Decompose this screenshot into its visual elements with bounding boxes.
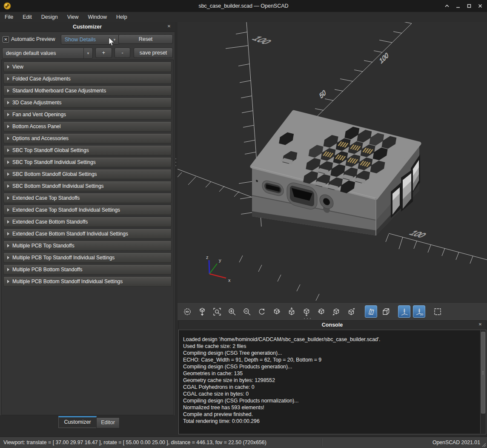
section-fan-and-vent-openings[interactable]: Fan and Vent Openings [3,109,172,120]
maximize-window-icon[interactable] [467,3,472,9]
expand-arrow-icon [7,232,9,235]
customizer-panel: Customizer ✕ ✕ Automatic Preview Show De… [0,22,175,415]
show-crosshairs-icon [400,307,409,316]
view-back-button[interactable] [345,305,357,318]
console-log[interactable]: Loaded design '/home/hominoid/CADCAM/sbc… [178,330,486,434]
mouse-cursor [107,37,116,47]
console-scrollbar[interactable] [480,330,485,434]
show-details-value: Show Details [65,37,96,43]
menu-design[interactable]: Design [37,12,63,22]
console-close-icon[interactable]: ✕ [477,322,483,327]
view-right-button[interactable] [270,305,283,318]
title-bar[interactable]: sbc_case_builder.scad — OpenSCAD [0,0,487,12]
save-preset-button[interactable]: save preset [134,48,173,58]
menu-view[interactable]: View [63,12,83,22]
zoom-in-button[interactable] [226,305,238,318]
menu-help[interactable]: Help [112,12,132,22]
viewport-status-text: Viewport: translate = [ 37.00 29.97 16.4… [3,437,266,448]
view-top-button[interactable] [285,305,298,318]
show-crosshairs-button[interactable] [398,305,410,318]
view-left-button[interactable] [315,305,327,318]
close-window-icon[interactable] [478,3,483,9]
expand-arrow-icon [7,125,9,128]
ruler-label-y-far: 100 [379,51,390,65]
section-standard-motherboard-case-adjustments[interactable]: Standard Motherboard Case Adjustments [3,86,172,96]
automatic-preview-checkbox[interactable]: ✕ [3,36,9,43]
reset-rotation-icon [257,307,266,316]
zoom-out-button[interactable] [241,305,253,318]
menu-bar: File Edit Design View Window Help [0,12,487,23]
menu-file[interactable]: File [0,12,18,22]
section-bottom-access-panel[interactable]: Bottom Access Panel [3,121,172,132]
view-all-button[interactable] [181,305,193,318]
show-scale-markers-button[interactable]: 10 [413,305,425,318]
remove-preset-button[interactable]: - [115,48,130,58]
reset-button[interactable]: Reset [118,34,173,44]
expand-arrow-icon [7,89,9,92]
minimize-window-icon[interactable] [455,3,461,9]
expand-arrow-icon [7,113,9,116]
section-extended-case-bottom-standoff-individual[interactable]: Extended Case Bottom Standoff Individual… [3,229,172,239]
reset-rotation-button[interactable] [255,305,268,318]
3d-scene: 100 100 50 100 [178,22,487,302]
view-front-button[interactable] [330,305,342,318]
tab-editor[interactable]: Editor [96,417,120,428]
expand-arrow-icon [7,149,9,152]
section-extended-case-bottom-standoffs[interactable]: Extended Case Bottom Standoffs [3,217,172,227]
reset-view-icon [198,307,207,316]
orthogonal-view-button[interactable] [380,305,392,318]
3d-viewport[interactable]: 100 100 50 100 [178,22,487,302]
section-multiple-pcb-bottom-standoffs[interactable]: Multiple PCB Bottom Standoffs [3,264,172,275]
preset-dropdown[interactable]: design default values ▼ [2,48,93,59]
console-line: CGAL Polyhedrons in cache: 0 [183,384,476,391]
svg-text:10: 10 [420,313,423,316]
console-line: Compiling design (CSG Tree generation)..… [183,350,476,356]
view-bottom-button[interactable] [300,305,312,318]
view-all-bounds-icon [433,307,442,316]
view-right-icon [272,307,281,316]
axis-indicator: z y x [206,255,231,283]
reset-view-button[interactable] [196,305,208,318]
perspective-view-button[interactable] [365,305,377,318]
expand-arrow-icon [7,101,9,104]
console-header[interactable]: Console ✕ [178,320,486,330]
view-left-icon [317,307,326,316]
version-label: OpenSCAD 2021.01 [433,437,480,448]
expand-arrow-icon [7,268,9,271]
section-view[interactable]: View [3,62,172,72]
ruler-label-z: 100 [249,35,275,46]
console-line: Geometry cache size in bytes: 1298552 [183,377,476,384]
section-sbc-top-standoff-individual[interactable]: SBC Top Standoff Individual Settings [3,157,172,167]
section-3d-case-adjustments[interactable]: 3D Case Adjustments [3,98,172,108]
resize-grip[interactable] [481,442,486,447]
section-extended-case-top-standoffs[interactable]: Extended Case Top Standoffs [3,193,172,203]
console-splitter-grip[interactable] [304,318,311,319]
section-multiple-pcb-bottom-standoff-individual[interactable]: Multiple PCB Bottom Standoff Individual … [3,276,172,287]
section-multiple-pcb-top-standoff-individual[interactable]: Multiple PCB Top Standoff Individual Set… [3,253,172,263]
shade-window-icon[interactable] [444,3,450,9]
section-sbc-bottom-standoff-global[interactable]: SBC Bottom Standoff Global Settings [3,169,172,179]
section-sbc-top-standoff-global[interactable]: SBC Top Standoff Global Settings [3,145,172,155]
zoom-selection-button[interactable] [211,305,223,318]
section-sbc-bottom-standoff-individual[interactable]: SBC Bottom Standoff Individual Settings [3,181,172,191]
section-multiple-pcb-top-standoffs[interactable]: Multiple PCB Top Standoffs [3,241,172,251]
section-folded-case-adjustments[interactable]: Folded Case Adjustments [3,74,172,84]
view-all-bounds-button[interactable] [431,305,444,318]
panel-splitter[interactable] [175,22,178,437]
zoom-out-icon [242,307,252,316]
status-separator [321,439,322,446]
customizer-close-icon[interactable]: ✕ [166,23,172,29]
tab-customizer[interactable]: Customizer [58,416,97,428]
menu-edit[interactable]: Edit [18,12,37,22]
view-back-icon [347,307,356,316]
add-preset-button[interactable]: + [95,48,112,58]
expand-arrow-icon [7,161,9,164]
section-extended-case-top-standoff-individual[interactable]: Extended Case Top Standoff Individual Se… [3,205,172,215]
menu-window[interactable]: Window [83,12,112,22]
expand-arrow-icon [7,137,9,140]
section-options-and-accessories[interactable]: Options and Accessories [3,133,172,144]
console-scrollbar-thumb[interactable] [481,332,485,414]
customizer-title: Customizer [0,22,175,32]
expand-arrow-icon [7,244,9,247]
customizer-header: Customizer ✕ [0,22,175,32]
